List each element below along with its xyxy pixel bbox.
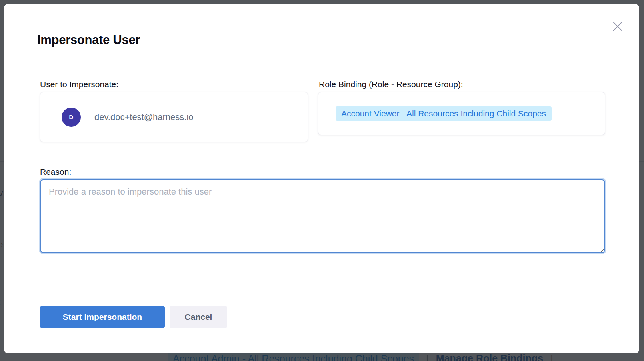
impersonate-user-modal: Impersonate User User to Impersonate: D … [4,4,639,353]
action-buttons: Start Impersonation Cancel [40,306,227,328]
close-icon [612,21,623,32]
screen: r r s ev ve ct Account Admin - All Resou… [0,0,644,361]
cancel-button[interactable]: Cancel [170,306,227,328]
avatar: D [62,108,81,127]
role-binding-tag: Account Viewer - All Resources Including… [336,106,552,121]
reason-label: Reason: [40,167,71,177]
reason-input[interactable] [40,179,605,253]
user-to-impersonate-label: User to Impersonate: [40,80,118,89]
role-binding-label: Role Binding (Role - Resource Group): [319,80,463,89]
role-binding-card: Account Viewer - All Resources Including… [318,92,605,135]
user-email: dev.doc+test@harness.io [94,112,194,122]
start-impersonation-button[interactable]: Start Impersonation [40,306,165,328]
page-title: Impersonate User [37,33,140,47]
user-card: D dev.doc+test@harness.io [40,92,308,142]
close-button[interactable] [610,18,626,34]
